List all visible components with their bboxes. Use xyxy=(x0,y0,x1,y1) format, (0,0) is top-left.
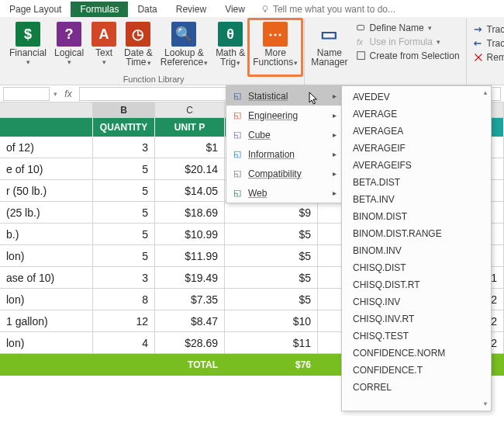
cell[interactable]: $1 xyxy=(155,137,225,158)
cell[interactable]: $8.47 xyxy=(155,310,225,331)
tab-view[interactable]: View xyxy=(216,2,254,17)
chevron-right-icon: ▸ xyxy=(333,189,337,197)
lookup-button[interactable]: 🔍Lookup &Reference▾ xyxy=(157,20,211,75)
logical-button[interactable]: ?Logical▾ xyxy=(51,20,87,75)
cell[interactable]: (25 lb.) xyxy=(0,202,93,223)
cell[interactable]: $28.69 xyxy=(155,332,225,353)
name-box[interactable] xyxy=(3,87,50,101)
tab-page-layout[interactable]: Page Layout xyxy=(0,2,71,17)
cell[interactable]: 5 xyxy=(93,245,155,266)
header-unit: UNIT P xyxy=(155,118,225,137)
function-item[interactable]: CHISQ.DIST xyxy=(342,259,491,276)
chevron-right-icon: ▸ xyxy=(333,169,337,178)
col-head[interactable] xyxy=(0,102,93,117)
cell[interactable]: b.) xyxy=(0,224,93,244)
cell[interactable]: 5 xyxy=(93,180,155,201)
cell[interactable]: 5 xyxy=(93,158,155,179)
cell[interactable]: $5 xyxy=(225,245,318,266)
function-item[interactable]: CONFIDENCE.NORM xyxy=(342,345,491,362)
menu-item-information[interactable]: ◱ Information ▸ xyxy=(226,144,341,164)
remove-arrows-button[interactable]: Remove Ar xyxy=(470,51,504,64)
trace-prec-icon xyxy=(473,24,484,35)
function-item[interactable]: AVERAGEA xyxy=(342,123,491,140)
ribbon: $Financial▾ ?Logical▾ AText▾ ◷Date &Time… xyxy=(0,17,504,85)
function-item[interactable]: CHISQ.DIST.RT xyxy=(342,276,491,293)
name-manager-button[interactable]: ▭NameManager xyxy=(308,20,350,75)
function-item[interactable]: CHISQ.INV.RT xyxy=(342,310,491,328)
use-in-formula-button[interactable]: fxUse in Formula▾ xyxy=(353,36,463,48)
function-item[interactable]: AVERAGEIF xyxy=(342,140,491,157)
function-item[interactable]: AVERAGEIFS xyxy=(342,157,491,174)
trace-dependents-button[interactable]: Trace Depe xyxy=(470,37,504,50)
cell[interactable]: $20.14 xyxy=(155,158,225,179)
cell[interactable]: lon) xyxy=(0,332,93,353)
cell[interactable]: $14.05 xyxy=(155,180,225,201)
trace-dep-icon xyxy=(473,38,484,49)
category-icon: ◱ xyxy=(231,90,243,102)
chevron-right-icon: ▸ xyxy=(333,92,337,100)
financial-icon: $ xyxy=(16,22,40,47)
category-icon: ◱ xyxy=(231,129,243,141)
menu-item-compatibility[interactable]: ◱ Compatibility ▸ xyxy=(226,164,341,183)
menu-item-cube[interactable]: ◱ Cube ▸ xyxy=(226,125,341,144)
cell[interactable]: $7.35 xyxy=(155,289,225,310)
tell-me-search[interactable]: Tell me what you want to do... xyxy=(254,2,402,17)
fx-button[interactable]: fx xyxy=(60,88,76,99)
cell[interactable]: 12 xyxy=(93,310,155,331)
text-button[interactable]: AText▾ xyxy=(88,20,119,75)
function-item[interactable]: CORREL xyxy=(342,379,491,396)
cell[interactable]: $18.69 xyxy=(155,202,225,223)
function-item[interactable]: BETA.DIST xyxy=(342,174,491,191)
scrollbar[interactable] xyxy=(482,89,489,407)
cell[interactable]: lon) xyxy=(0,289,93,310)
date-time-button[interactable]: ◷Date &Time▾ xyxy=(121,20,156,75)
cell[interactable]: of 12) xyxy=(0,137,93,158)
cell[interactable]: $10 xyxy=(225,310,318,331)
cell[interactable]: 5 xyxy=(93,224,155,244)
define-name-button[interactable]: Define Name▾ xyxy=(353,22,463,34)
cell[interactable]: 3 xyxy=(93,137,155,158)
cell[interactable]: 8 xyxy=(93,289,155,310)
tab-review[interactable]: Review xyxy=(167,2,216,17)
trace-precedents-button[interactable]: Trace Prece xyxy=(470,23,504,36)
function-item[interactable]: BINOM.DIST.RANGE xyxy=(342,225,491,242)
cell[interactable]: $10.99 xyxy=(155,224,225,244)
cell[interactable]: lon) xyxy=(0,245,93,266)
tab-formulas[interactable]: Formulas xyxy=(71,2,128,17)
create-selection-icon xyxy=(356,50,367,61)
cell[interactable]: $5 xyxy=(225,289,318,310)
col-head-b[interactable]: B xyxy=(93,102,155,117)
menu-item-web[interactable]: ◱ Web ▸ xyxy=(226,183,341,203)
create-from-selection-button[interactable]: Create from Selection xyxy=(353,50,463,62)
menu-item-engineering[interactable]: ◱ Engineering ▸ xyxy=(226,106,341,125)
financial-button[interactable]: $Financial▾ xyxy=(6,20,50,75)
function-item[interactable]: AVEDEV xyxy=(342,88,491,106)
cell[interactable]: $11.99 xyxy=(155,245,225,266)
tab-data[interactable]: Data xyxy=(128,2,166,17)
menu-item-statistical[interactable]: ◱ Statistical ▸ xyxy=(226,86,341,106)
cell[interactable]: 5 xyxy=(93,202,155,223)
math-trig-button[interactable]: θMath &Trig▾ xyxy=(212,20,248,75)
function-item[interactable]: BINOM.DIST xyxy=(342,208,491,225)
function-item[interactable]: CONFIDENCE.T xyxy=(342,362,491,379)
cell[interactable]: $19.49 xyxy=(155,267,225,288)
col-head-c[interactable]: C xyxy=(155,102,225,117)
function-item[interactable]: CHISQ.INV xyxy=(342,293,491,310)
cell[interactable]: r (50 lb.) xyxy=(0,180,93,201)
cell[interactable]: $5 xyxy=(225,224,318,244)
function-item[interactable]: AVERAGE xyxy=(342,106,491,123)
cell[interactable]: $9 xyxy=(225,202,318,223)
svg-rect-1 xyxy=(264,11,266,12)
cell[interactable]: 1 gallon) xyxy=(0,310,93,331)
cell[interactable]: $11 xyxy=(225,332,318,353)
cell[interactable]: 4 xyxy=(93,332,155,353)
cell[interactable]: ase of 10) xyxy=(0,267,93,288)
cell[interactable]: $5 xyxy=(225,267,318,288)
function-item[interactable]: CHISQ.TEST xyxy=(342,328,491,345)
function-item[interactable]: BETA.INV xyxy=(342,191,491,208)
cell[interactable]: e of 10) xyxy=(0,158,93,179)
more-functions-button[interactable]: ⋯MoreFunctions▾ xyxy=(250,20,301,75)
cell[interactable]: 3 xyxy=(93,267,155,288)
chevron-right-icon: ▸ xyxy=(333,150,337,158)
function-item[interactable]: BINOM.INV xyxy=(342,242,491,259)
